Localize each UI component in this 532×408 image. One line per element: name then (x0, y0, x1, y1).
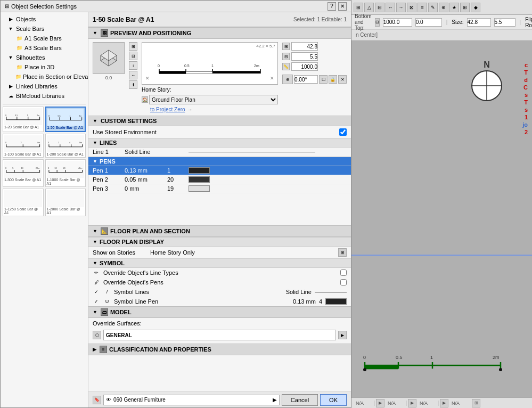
status-btn-1[interactable]: ▶ (376, 399, 384, 407)
sidebar-item-scalebars[interactable]: ▼ Scale Bars (1, 24, 88, 34)
symbol-line-pen-num: 4 (319, 298, 322, 305)
section-custom-header[interactable]: ▼ CUSTOM SETTINGS (88, 116, 351, 126)
show-stories-btn[interactable]: ⊞ (338, 248, 347, 257)
thumb-1-2000[interactable]: 1-2000 Scale Bar @ A1 (45, 189, 86, 216)
section-preview-header[interactable]: ▼ 🖼 PREVIEW AND POSITIONING (88, 27, 351, 39)
stored-env-checkbox[interactable] (339, 128, 347, 136)
pen-row-3[interactable]: Pen 3 0 mm 19 (88, 184, 351, 193)
status-btn-4[interactable]: ⊞ (472, 399, 480, 407)
x-btn[interactable]: ✕ (338, 75, 347, 84)
symbol-header[interactable]: ▼ SYMBOL (88, 258, 351, 268)
floor-plan-display-header[interactable]: ▼ FLOOR PLAN DISPLAY (88, 237, 351, 247)
show-stories-value: Home Story Only (150, 249, 195, 256)
status-btn-2[interactable]: ▶ (408, 399, 416, 407)
dialog-titlebar: ⊞ Object Selection Settings ? ✕ (1, 1, 351, 12)
ok-button[interactable]: OK (320, 394, 347, 406)
label-1: 1 (525, 114, 528, 120)
view-btn-5[interactable]: ℹ (129, 80, 137, 89)
collapse-icon: ▼ (93, 260, 97, 266)
thumb-1-50[interactable]: 0 0.5 1 2m 1-50 Scale Bar @ A1 (45, 107, 86, 132)
svg-text:0.5: 0.5 (396, 355, 403, 360)
view-btn-3[interactable]: ↕ (129, 61, 137, 70)
toolbar-icon-10[interactable]: ★ (449, 3, 459, 12)
bottom-top-icon[interactable]: ⊟ (375, 18, 380, 27)
toolbar-icon-3[interactable]: ⊟ (375, 3, 384, 12)
section-model-header[interactable]: ▼ 🗃 MODEL (88, 306, 351, 318)
override-line-checkbox[interactable] (340, 270, 347, 276)
pen-row-2[interactable]: Pen 2 0.05 mm 20 (88, 175, 351, 184)
status-3: N/A (418, 401, 439, 406)
view-btn-2[interactable]: ⊟ (129, 52, 137, 60)
sidebar-item-a1[interactable]: 📁 A1 Scale Bars (1, 34, 88, 43)
close-button[interactable]: ✕ (338, 2, 347, 11)
sidebar-item-silhouettes[interactable]: ▼ Silhouettes (1, 53, 88, 62)
general-arrow[interactable]: ▶ (338, 331, 347, 339)
scale-bar-svg: 0 0.5 1 2m (362, 354, 506, 375)
symbol-lines-value: Solid Line (286, 289, 312, 295)
toolbar-icon-8[interactable]: ✎ (428, 3, 438, 12)
compass-btn[interactable]: ⊕ (282, 75, 293, 84)
toolbar-icon-7[interactable]: ≡ (418, 3, 427, 12)
override-pens-checkbox[interactable] (340, 279, 347, 285)
sidebar-item-place3d[interactable]: 📁 Place in 3D (1, 62, 88, 72)
toolbar-icon-11[interactable]: ⊞ (460, 3, 470, 12)
sidebar-item-bimcloud[interactable]: ☁ BIMcloud Libraries (1, 91, 88, 101)
canvas-scale-bar: 0 0.5 1 2m (362, 354, 479, 376)
toolbar-icon-4[interactable]: ↔ (386, 3, 395, 12)
sidebar-item-objects[interactable]: ▶ Objects (1, 14, 88, 24)
section-floorplan-header[interactable]: ▼ 📐 FLOOR PLAN AND SECTION (88, 225, 351, 237)
thumb-1-500[interactable]: 0 5 10 20m 1-500 Scale Bar @ A1 (3, 159, 44, 187)
toolbar-icon-12[interactable]: ◆ (471, 3, 480, 12)
help-button[interactable]: ? (328, 2, 336, 11)
toolbar-icon-2[interactable]: △ (364, 3, 374, 12)
toolbar-icon-6[interactable]: ⊠ (407, 3, 416, 12)
param3-icon: 📏 (282, 63, 290, 70)
toolbar-icon-9[interactable]: ⊕ (439, 3, 448, 12)
svg-text:5: 5 (12, 168, 13, 170)
collapse-icon: ▼ (93, 309, 97, 315)
thumb-1-100[interactable]: 0 2 4m 1-100 Scale Bar @ A1 (3, 134, 44, 158)
param1-icon: ⊞ (282, 43, 290, 50)
size-w-input[interactable] (467, 18, 491, 27)
sidebar-item-linked[interactable]: ▶ Linked Libraries (1, 81, 88, 91)
tag-icon[interactable]: 🔖 (93, 396, 101, 404)
pen-row-1[interactable]: Pen 1 0.13 mm 1 (88, 166, 351, 175)
lock-btn[interactable]: 🔒 (329, 75, 337, 84)
sidebar-item-a3[interactable]: 📁 A3 Scale Bars (1, 43, 88, 53)
view-btn-4[interactable]: ↔ (129, 71, 137, 79)
thumb-1-1250[interactable]: 1-1250 Scale Bar @ A1 (3, 189, 44, 216)
sidebar: ▶ Objects ▼ Scale Bars 📁 A1 Scale Bars 📁… (1, 12, 88, 407)
svg-text:2m: 2m (79, 115, 81, 117)
cancel-button[interactable]: Cancel (282, 394, 318, 406)
param3-input[interactable] (291, 62, 318, 71)
sidebar-item-placesection[interactable]: 📁 Place in Section or Elevation (1, 72, 88, 81)
3d-preview (93, 42, 125, 74)
toolbar-icon-5[interactable]: → (396, 3, 406, 12)
rotation-input[interactable] (294, 75, 318, 84)
section-classification-header[interactable]: ▶ ≡ CLASSIFICATION AND PROPERTIES (88, 344, 351, 355)
dim-y-input[interactable] (415, 18, 442, 27)
general-icon: ⬡ (93, 331, 101, 339)
check-btn[interactable]: ☐ (319, 75, 328, 84)
status-bar: N/A ▶ N/A ▶ N/A ▶ N/A ⊞ (351, 397, 532, 408)
home-story-select[interactable]: Ground Floor Plan (149, 95, 278, 104)
to-project-zero-link[interactable]: to Project Zero (150, 107, 185, 112)
status-btn-3[interactable]: ▶ (440, 399, 448, 407)
thumb-1-1000[interactable]: 0 10 20 40m 1-1000 Scale Bar @ A1 (45, 159, 86, 187)
label-jo: jo (522, 121, 528, 128)
settings-header: 1-50 Scale Bar @ A1 Selected: 1 Editable… (88, 12, 351, 27)
override-pens-row: 🖊 Override Object's Pens (88, 278, 351, 287)
thumb-1-20[interactable]: 0 0.5 1 2m 1-20 Scale Bar @ A1 (3, 107, 44, 132)
size-h-input[interactable] (494, 18, 515, 27)
line-row-1[interactable]: Line 1 Solid Line (88, 148, 351, 157)
toolbar-icon-1[interactable]: ⊞ (354, 3, 363, 12)
thumb-1-200[interactable]: 0 2 4 8m 1-200 Scale Bar @ A1 (45, 134, 86, 158)
subsection-lines-header[interactable]: ▼ LINES (88, 138, 351, 148)
view-btn-1[interactable]: ⊞ (129, 42, 137, 51)
tag-dropdown[interactable]: 👁 060 General Furniture ▶ (103, 395, 280, 405)
param2-input[interactable] (291, 52, 318, 61)
param1-input[interactable] (291, 42, 318, 51)
cube-icon (95, 45, 122, 71)
dim-x-input[interactable] (383, 18, 412, 27)
subsection-pens-header[interactable]: ▼ PENS (88, 157, 351, 166)
